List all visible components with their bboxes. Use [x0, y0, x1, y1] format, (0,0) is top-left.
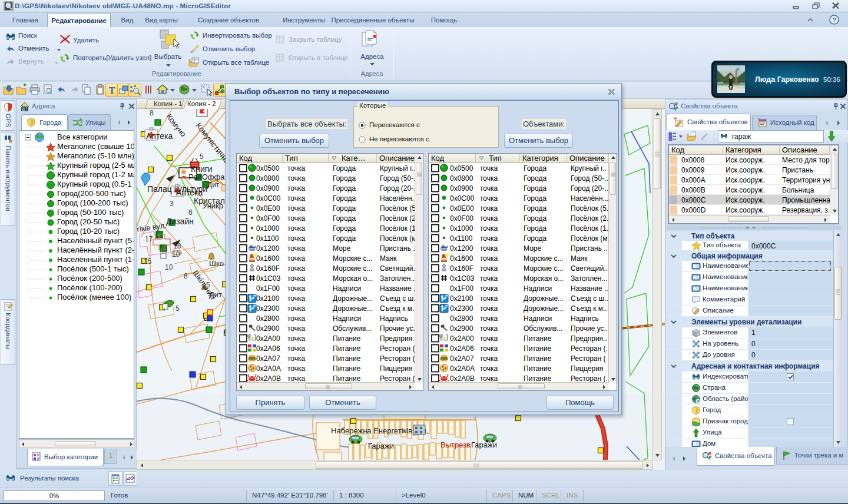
svg-text:Маяк: Маяк [571, 254, 588, 263]
svg-text:точка: точка [480, 214, 498, 223]
svg-text:Питание: Питание [524, 364, 552, 373]
svg-text:Вытрезв: Вытрезв [440, 440, 471, 449]
svg-text:Дорожные...: Дорожные... [524, 294, 564, 303]
svg-text:Затоплен...: Затоплен... [380, 274, 415, 283]
svg-text:0x2300: 0x2300 [450, 304, 473, 313]
svg-text:Прочие ус..: Прочие ус.. [380, 324, 415, 333]
svg-text:0x2900: 0x2900 [256, 324, 280, 333]
svg-text:точка: точка [287, 354, 306, 363]
svg-text:точка: точка [480, 164, 498, 173]
svg-text:Надписи: Надписи [524, 314, 552, 323]
svg-text:Посёлок (м.: Посёлок (м. [380, 234, 415, 243]
svg-text:точка: точка [287, 244, 306, 253]
svg-text:0x2A07: 0x2A07 [256, 354, 280, 363]
svg-text:Дорожные...: Дорожные... [524, 304, 564, 313]
svg-text:Город (50-..: Город (50-.. [571, 174, 608, 183]
svg-text:0x2A06: 0x2A06 [450, 344, 474, 353]
svg-text:10: 10 [172, 250, 180, 258]
svg-text:Города: Города [524, 224, 546, 233]
svg-text:Населённ...: Населённ... [571, 194, 609, 203]
svg-text:Надписи: Надписи [524, 284, 552, 293]
svg-text:Надписи: Надписи [333, 314, 361, 323]
svg-text:точка: точка [287, 344, 306, 353]
svg-text:0x0F00: 0x0F00 [256, 214, 280, 223]
svg-text:Ресторан (: Ресторан ( [380, 354, 415, 363]
svg-text:5: 5 [175, 304, 180, 313]
svg-text:0x2A00: 0x2A00 [450, 334, 474, 343]
svg-text:Дит: Дит [207, 181, 220, 189]
svg-text:Питание: Питание [524, 354, 552, 363]
svg-text:точка: точка [287, 304, 306, 313]
svg-text:Города: Города [524, 174, 546, 183]
svg-text:0x0500: 0x0500 [450, 164, 473, 173]
svg-text:Дизайн: Дизайн [166, 217, 194, 226]
svg-text:0x2100: 0x2100 [256, 294, 280, 303]
svg-text:Посёлок (1.: Посёлок (1. [571, 224, 608, 233]
svg-text:0x1C03: 0x1C03 [256, 274, 281, 283]
svg-text:Прочие ус..: Прочие ус.. [571, 324, 608, 333]
svg-text:Название ..: Название .. [380, 284, 415, 293]
svg-text:Города: Города [333, 164, 356, 173]
svg-text:0x1000: 0x1000 [256, 224, 280, 233]
svg-text:Предприя..: Предприя.. [571, 334, 607, 343]
svg-text:РайОффа: РайОффа [188, 173, 225, 181]
svg-text:точка: точка [480, 304, 498, 313]
svg-text:точка: точка [480, 334, 498, 343]
svg-text:0x1600: 0x1600 [256, 254, 280, 263]
svg-text:Посёлок (2.: Посёлок (2. [380, 214, 415, 223]
svg-text:точка: точка [287, 164, 306, 173]
svg-text:Города: Города [333, 184, 356, 193]
svg-text:10: 10 [165, 263, 173, 271]
svg-text:0x2A06: 0x2A06 [256, 344, 280, 353]
svg-text:Надпись: Надпись [571, 314, 599, 323]
svg-text:15: 15 [144, 257, 152, 266]
svg-text:6: 6 [188, 208, 193, 217]
svg-text:Пристань ..: Пристань .. [380, 244, 415, 253]
svg-text:точка: точка [480, 194, 498, 203]
svg-text:Города: Города [524, 214, 546, 223]
svg-text:0x0E00: 0x0E00 [450, 204, 474, 213]
svg-text:Дорожные...: Дорожные... [333, 294, 373, 303]
svg-text:0x2800: 0x2800 [256, 314, 280, 323]
svg-text:Посёлок (5.: Посёлок (5. [380, 204, 415, 213]
svg-text:Ресторан (.: Ресторан (. [571, 344, 608, 353]
svg-text:Города: Города [333, 234, 356, 243]
svg-text:точка: точка [480, 294, 498, 303]
svg-text:0x1F00: 0x1F00 [256, 284, 280, 293]
svg-text:точка: точка [287, 324, 306, 333]
svg-text:точка: точка [287, 284, 306, 293]
svg-text:Питание: Питание [333, 334, 361, 343]
svg-text:точка: точка [480, 244, 498, 253]
svg-text:3: 3 [170, 200, 174, 208]
svg-text:8: 8 [150, 109, 154, 117]
svg-text:точка: точка [287, 364, 306, 373]
svg-text:Города: Города [333, 194, 356, 203]
svg-text:точка: точка [287, 194, 306, 203]
svg-text:точка: точка [480, 364, 498, 373]
svg-text:Города: Города [333, 214, 356, 223]
svg-text:Города: Города [333, 224, 356, 233]
svg-text:Город (20-..: Город (20-.. [380, 184, 415, 193]
svg-text:17: 17 [145, 235, 153, 243]
svg-text:точка: точка [287, 264, 306, 273]
svg-text:Морские с...: Морские с... [524, 254, 563, 263]
svg-text:5: 5 [206, 281, 210, 289]
svg-text:0x2300: 0x2300 [256, 304, 280, 313]
svg-text:0x0900: 0x0900 [450, 184, 473, 193]
svg-text:точка: точка [480, 264, 498, 273]
svg-text:0x2A0B: 0x2A0B [450, 374, 475, 383]
svg-text:Дорожные...: Дорожные... [333, 304, 373, 313]
svg-text:Посёлок (м.: Посёлок (м. [571, 234, 609, 243]
svg-text:Посёлок (2.: Посёлок (2. [571, 214, 608, 223]
svg-text:0x2900: 0x2900 [450, 324, 473, 333]
svg-text:0x0E00: 0x0E00 [256, 204, 280, 213]
svg-text:0x0500: 0x0500 [256, 164, 280, 173]
svg-text:0x1C03: 0x1C03 [450, 274, 475, 283]
svg-text:0x1100: 0x1100 [450, 234, 473, 243]
svg-text:0x160F: 0x160F [450, 264, 473, 273]
svg-text:Пиццерия: Пиццерия [571, 364, 604, 373]
svg-text:Съезд к м..: Съезд к м.. [571, 304, 607, 313]
svg-text:Светящий..: Светящий.. [571, 264, 608, 273]
svg-text:Города: Города [333, 204, 356, 213]
svg-text:0x0C00: 0x0C00 [256, 194, 281, 203]
